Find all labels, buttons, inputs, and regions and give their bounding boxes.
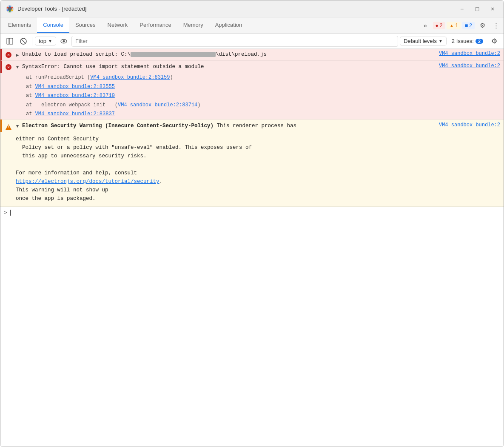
warning-link-1[interactable]: https://electronjs.org/docs/tutorial/sec…	[16, 179, 159, 185]
error-message-2: SyntaxError: Cannot use import statement…	[22, 63, 436, 71]
devtools-more-button[interactable]: ⋮	[490, 20, 502, 31]
more-tabs-button[interactable]: »	[419, 20, 431, 31]
stack-frame-2: at VM4_sandbox_bundle:2:83555	[26, 83, 504, 92]
context-dropdown-icon: ▼	[48, 39, 52, 43]
error-source-1[interactable]: VM4_sandbox_bundle:2	[439, 51, 500, 57]
tab-bar: Elements Console Sources Network Perform…	[0, 17, 504, 34]
context-label: top	[39, 38, 46, 44]
window-title: Developer Tools - [redacted]	[17, 6, 456, 12]
console-output: ✕ ▶ Unable to load preload script: C:\\d…	[0, 49, 504, 447]
expand-toggle-2[interactable]: ▼	[14, 64, 20, 70]
error-message-1: Unable to load preload script: C:\\dist\…	[22, 51, 436, 59]
console-input-line: >	[0, 207, 504, 219]
tab-performance[interactable]: Performance	[134, 17, 177, 33]
svg-point-3	[11, 7, 13, 9]
tab-console[interactable]: Console	[37, 17, 69, 33]
info-count: 2	[469, 23, 472, 28]
info-icon-small: ■	[465, 23, 468, 28]
stack-link-5[interactable]: VM4_sandbox_bundle:2:83837	[35, 111, 115, 117]
issues-button[interactable]: 2 Issues: 2	[448, 37, 487, 45]
error-count: 2	[440, 23, 443, 28]
warning-message-bold: Electron Security Warning (Insecure Cont…	[22, 123, 214, 129]
svg-rect-9	[9, 38, 13, 44]
svg-point-7	[7, 7, 9, 9]
console-toolbar: top ▼ Default levels ▼ 2 Issues: 2 ⚙	[0, 34, 504, 49]
error-circle-icon-2: ✕	[6, 64, 11, 70]
log-entry-error-2: ✕ ▼ SyntaxError: Cannot use import state…	[0, 61, 504, 120]
eye-button[interactable]	[58, 35, 70, 47]
warning-count: 1	[455, 23, 458, 28]
log-levels-button[interactable]: Default levels ▼	[400, 37, 447, 46]
log-entry-warning-1-header: ! ▼ Electron Security Warning (Insecure …	[0, 120, 504, 132]
warning-body-1: either no Content Security Policy set or…	[0, 132, 504, 206]
expand-toggle-3[interactable]: ▼	[14, 123, 20, 129]
sidebar-toggle-button[interactable]	[4, 35, 16, 47]
close-button[interactable]: ×	[487, 3, 498, 15]
svg-point-5	[9, 11, 11, 12]
context-selector[interactable]: top ▼	[35, 37, 56, 46]
log-entry-warning-1: ! ▼ Electron Security Warning (Insecure …	[0, 120, 504, 207]
minimize-button[interactable]: −	[456, 3, 468, 15]
titlebar: Developer Tools - [redacted] − □ ×	[0, 0, 504, 17]
tabbar-extra: » ● 2 ▲ 1 ■ 2 ⚙ ⋮	[419, 17, 502, 33]
log-entry-error-2-header: ✕ ▼ SyntaxError: Cannot use import state…	[0, 61, 504, 73]
devtools-settings-button[interactable]: ⚙	[476, 20, 488, 31]
console-settings-button[interactable]: ⚙	[488, 35, 500, 47]
console-cursor	[10, 210, 11, 216]
stack-frame-1: at runPreloadScript (VM4_sandbox_bundle:…	[26, 73, 504, 83]
warning-icon-small: ▲	[449, 23, 454, 28]
warning-message-1: Electron Security Warning (Insecure Cont…	[22, 122, 436, 130]
maximize-button[interactable]: □	[471, 3, 483, 15]
issues-label: 2 Issues:	[452, 38, 474, 44]
svg-rect-8	[7, 38, 9, 44]
error-icon-small: ●	[436, 23, 439, 28]
stack-frame-3: at VM4_sandbox_bundle:2:83710	[26, 91, 504, 101]
tab-memory[interactable]: Memory	[177, 17, 209, 33]
stack-trace-2: at runPreloadScript (VM4_sandbox_bundle:…	[0, 73, 504, 119]
stack-frame-4: at __electron_webpack_init__ (VM4_sandbo…	[26, 101, 504, 110]
warning-message-rest: This renderer process has	[217, 123, 297, 129]
log-entry-error-1: ✕ ▶ Unable to load preload script: C:\\d…	[0, 49, 504, 61]
error-icon-1: ✕	[5, 51, 12, 58]
devtools-icon	[6, 5, 14, 13]
stack-link-3[interactable]: VM4_sandbox_bundle:2:83710	[35, 93, 115, 99]
svg-line-11	[21, 39, 26, 43]
svg-point-2	[9, 6, 11, 7]
stack-link-2[interactable]: VM4_sandbox_bundle:2:83555	[35, 84, 115, 90]
stack-frame-5: at VM4_sandbox_bundle:2:83837	[26, 110, 504, 119]
error-circle-icon: ✕	[6, 52, 11, 58]
tab-network[interactable]: Network	[102, 17, 134, 33]
clear-console-button[interactable]	[17, 35, 29, 47]
tab-sources[interactable]: Sources	[69, 17, 102, 33]
levels-dropdown-icon: ▼	[439, 39, 443, 43]
stack-link-1[interactable]: VM4_sandbox_bundle:2:83159	[90, 74, 170, 80]
tab-elements[interactable]: Elements	[2, 17, 37, 33]
toolbar-separator-1	[32, 37, 32, 46]
window-controls: − □ ×	[456, 3, 498, 15]
info-badge: ■ 2	[462, 22, 475, 29]
issues-count: 2	[476, 39, 483, 44]
svg-point-13	[63, 40, 65, 42]
expand-toggle-1[interactable]: ▶	[14, 52, 20, 58]
warning-icon-1: !	[5, 123, 12, 130]
log-entry-error-1-header: ✕ ▶ Unable to load preload script: C:\\d…	[0, 49, 504, 61]
svg-point-6	[7, 9, 9, 11]
filter-input[interactable]	[71, 36, 398, 47]
error-source-2[interactable]: VM4_sandbox_bundle:2	[439, 63, 500, 69]
error-icon-2: ✕	[5, 64, 12, 71]
svg-point-4	[11, 9, 13, 11]
warning-source-1[interactable]: VM4_sandbox_bundle:2	[439, 122, 500, 128]
error-badge: ● 2	[433, 22, 445, 29]
levels-label: Default levels	[404, 38, 437, 44]
console-prompt: >	[4, 210, 7, 216]
tab-application[interactable]: Application	[209, 17, 248, 33]
stack-link-4[interactable]: VM4_sandbox_bundle:2:83714	[118, 102, 197, 108]
warning-badge: ▲ 1	[447, 22, 461, 29]
